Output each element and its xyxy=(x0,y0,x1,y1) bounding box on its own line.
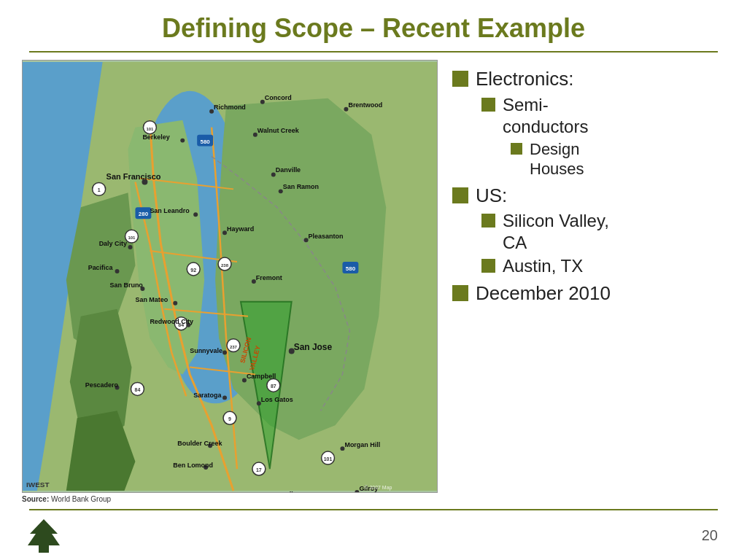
svg-text:Berkeley: Berkeley xyxy=(142,133,169,141)
bullet-us: US: xyxy=(452,184,725,208)
bullet-semiconductors: Semi-conductors xyxy=(452,94,725,138)
svg-text:Pescadero: Pescadero xyxy=(85,381,119,389)
svg-text:Concord: Concord xyxy=(265,94,292,101)
svg-text:101: 101 xyxy=(324,456,333,462)
svg-point-83 xyxy=(222,351,227,355)
svg-text:Ben Lomond: Ben Lomond xyxy=(173,462,213,469)
source-label: Source: xyxy=(22,495,49,503)
svg-text:Sunnyvale: Sunnyvale xyxy=(190,347,222,354)
bullet-text-design-houses: DesignHouses xyxy=(530,139,584,179)
svg-point-89 xyxy=(222,395,227,400)
svg-text:San Leandro: San Leandro xyxy=(150,207,190,214)
bullet-square-6 xyxy=(481,259,495,273)
svg-text:San Mateo: San Mateo xyxy=(135,296,168,303)
svg-marker-109 xyxy=(28,519,60,553)
svg-text:Pacifica: Pacifica xyxy=(88,264,114,271)
svg-text:Brentwood: Brentwood xyxy=(348,101,382,109)
bullet-electronics: Electronics: xyxy=(452,67,725,91)
source-text: World Bank Group xyxy=(51,495,111,503)
bullet-square-2 xyxy=(481,98,495,112)
svg-text:Morgan Hill: Morgan Hill xyxy=(344,441,380,448)
svg-point-73 xyxy=(115,269,120,273)
bullet-square-1 xyxy=(452,71,468,87)
svg-text:1: 1 xyxy=(98,187,101,192)
bullet-december: December 2010 xyxy=(452,281,725,306)
svg-point-55 xyxy=(180,139,185,143)
svg-text:Campbell: Campbell xyxy=(247,373,276,380)
bullet-text-december: December 2010 xyxy=(476,281,611,306)
svg-text:Daly City: Daly City xyxy=(99,240,127,247)
svg-text:Richmond: Richmond xyxy=(214,104,246,111)
page-number: 20 xyxy=(702,527,718,544)
svg-text:238: 238 xyxy=(221,263,229,268)
svg-marker-6 xyxy=(215,98,386,440)
svg-text:San Bruno: San Bruno xyxy=(110,281,144,289)
bullet-square-5 xyxy=(481,214,495,228)
svg-text:Boulder Creek: Boulder Creek xyxy=(177,440,222,447)
slide-title: Defining Scope – Recent Example xyxy=(29,13,718,44)
svg-text:580: 580 xyxy=(200,139,210,145)
svg-text:Los Gatos: Los Gatos xyxy=(261,396,293,403)
slide: Defining Scope – Recent Example xyxy=(0,0,747,560)
svg-text:Pleasanton: Pleasanton xyxy=(309,233,344,240)
bullet-text-austin: Austin, TX xyxy=(503,255,583,277)
footer-logo xyxy=(22,518,66,554)
svg-text:9: 9 xyxy=(228,416,231,421)
bullet-list: Electronics: Semi-conductors DesignHouse… xyxy=(452,67,725,308)
map-source: Source: World Bank Group xyxy=(22,495,438,503)
svg-point-77 xyxy=(173,301,177,306)
svg-text:101: 101 xyxy=(128,236,136,240)
svg-text:84: 84 xyxy=(135,387,141,392)
bullet-square-7 xyxy=(452,285,468,301)
bullet-austin: Austin, TX xyxy=(452,255,725,277)
content-section: Electronics: Semi-conductors DesignHouse… xyxy=(452,60,725,503)
bullet-design-houses: DesignHouses xyxy=(452,139,725,179)
svg-text:Corralitos: Corralitos xyxy=(272,491,303,492)
svg-text:17: 17 xyxy=(256,467,262,472)
svg-text:Saratoga: Saratoga xyxy=(193,392,222,399)
bullet-silicon-valley: Silicon Valley,CA xyxy=(452,210,725,254)
svg-text:Hayward: Hayward xyxy=(227,225,254,233)
bullet-text-us: US: xyxy=(476,184,507,208)
svg-text:Danville: Danville xyxy=(276,166,301,174)
svg-text:237: 237 xyxy=(230,345,238,349)
svg-text:580: 580 xyxy=(346,265,356,272)
slide-header: Defining Scope – Recent Example xyxy=(0,0,747,51)
bullet-text-silicon-valley: Silicon Valley,CA xyxy=(503,210,609,254)
slide-content: 580 280 580 92 238 84 xyxy=(0,52,747,503)
bottom-divider xyxy=(29,509,718,510)
map-section: 580 280 580 92 238 84 xyxy=(22,60,438,503)
svg-point-65 xyxy=(193,212,198,217)
svg-text:280: 280 xyxy=(139,211,149,217)
svg-point-71 xyxy=(128,245,132,249)
svg-text:Walnut Creek: Walnut Creek xyxy=(258,127,299,134)
svg-text:Redwood City: Redwood City xyxy=(150,318,193,325)
svg-text:San Francisco: San Francisco xyxy=(107,172,161,181)
map-container: 580 280 580 92 238 84 xyxy=(22,60,438,493)
svg-text:San Ramon: San Ramon xyxy=(283,183,319,190)
tree-icon xyxy=(24,518,64,554)
svg-text:IWEST: IWEST xyxy=(26,481,50,489)
svg-text:Fremont: Fremont xyxy=(256,274,282,281)
bullet-square-3 xyxy=(511,143,522,155)
bullet-square-4 xyxy=(452,187,468,203)
slide-footer: 20 xyxy=(0,515,747,560)
svg-text:San Jose: San Jose xyxy=(294,342,333,352)
svg-text:87: 87 xyxy=(271,384,276,389)
bullet-text-electronics: Electronics: xyxy=(476,67,573,91)
svg-text:92: 92 xyxy=(190,268,196,273)
svg-text:© 2007 Map: © 2007 Map xyxy=(364,485,392,491)
svg-text:101: 101 xyxy=(146,127,154,131)
bullet-text-semiconductors: Semi-conductors xyxy=(503,94,588,138)
